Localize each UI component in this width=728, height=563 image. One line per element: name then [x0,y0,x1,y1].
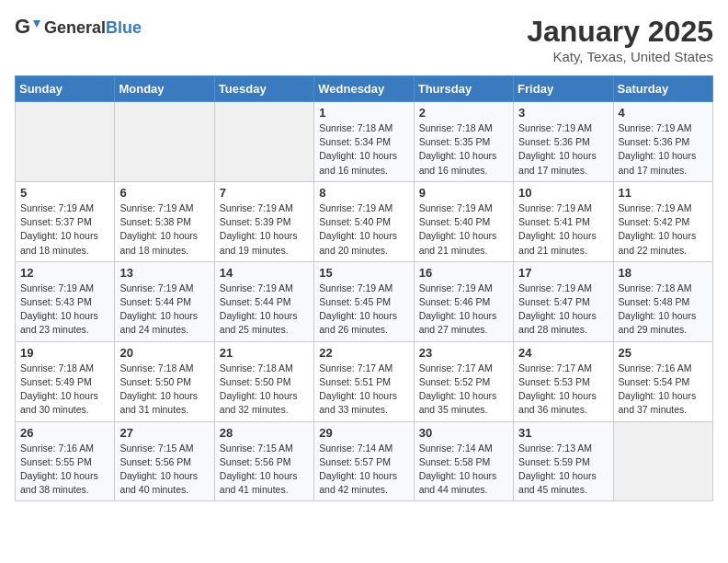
day-number: 31 [518,426,608,440]
title-block: January 2025 Katy, Texas, United States [527,15,713,64]
table-row: 21Sunrise: 7:18 AMSunset: 5:50 PMDayligh… [214,341,313,421]
col-wednesday: Wednesday [314,76,414,102]
day-number: 11 [619,186,708,200]
day-number: 9 [419,186,508,200]
calendar-week-row: 19Sunrise: 7:18 AMSunset: 5:49 PMDayligh… [16,341,713,421]
day-detail: Sunrise: 7:19 AMSunset: 5:40 PMDaylight:… [319,201,408,258]
day-number: 30 [419,426,508,440]
table-row [115,102,214,182]
day-detail: Sunrise: 7:19 AMSunset: 5:40 PMDaylight:… [419,201,508,258]
day-number: 19 [20,346,109,360]
day-number: 16 [419,266,508,280]
day-detail: Sunrise: 7:19 AMSunset: 5:45 PMDaylight:… [319,282,408,338]
table-row: 5Sunrise: 7:19 AMSunset: 5:37 PMDaylight… [16,181,115,261]
table-row: 12Sunrise: 7:19 AMSunset: 5:43 PMDayligh… [16,261,115,341]
day-number: 10 [518,186,608,200]
svg-text:G: G [15,15,30,38]
day-number: 23 [419,346,508,360]
day-detail: Sunrise: 7:19 AMSunset: 5:37 PMDaylight:… [20,201,109,258]
calendar-week-row: 1Sunrise: 7:18 AMSunset: 5:34 PMDaylight… [16,102,713,182]
logo: G GeneralBlue [15,15,142,40]
table-row: 18Sunrise: 7:18 AMSunset: 5:48 PMDayligh… [613,261,712,341]
day-detail: Sunrise: 7:19 AMSunset: 5:38 PMDaylight:… [119,201,209,258]
day-number: 27 [119,426,209,440]
table-row: 29Sunrise: 7:14 AMSunset: 5:57 PMDayligh… [314,421,414,501]
col-saturday: Saturday [613,76,712,102]
day-number: 29 [319,426,408,440]
table-row [214,102,313,182]
day-detail: Sunrise: 7:18 AMSunset: 5:48 PMDaylight:… [619,282,708,338]
table-row: 27Sunrise: 7:15 AMSunset: 5:56 PMDayligh… [115,421,214,501]
day-detail: Sunrise: 7:19 AMSunset: 5:42 PMDaylight:… [619,201,708,258]
table-row: 28Sunrise: 7:15 AMSunset: 5:56 PMDayligh… [214,421,313,501]
day-detail: Sunrise: 7:13 AMSunset: 5:59 PMDaylight:… [518,442,608,498]
day-number: 18 [619,266,708,280]
day-detail: Sunrise: 7:15 AMSunset: 5:56 PMDaylight:… [220,442,309,498]
day-number: 1 [319,106,408,120]
day-detail: Sunrise: 7:16 AMSunset: 5:55 PMDaylight:… [20,442,109,498]
day-number: 14 [220,266,309,280]
calendar-title: January 2025 [527,15,713,49]
day-number: 24 [518,346,608,360]
calendar-week-row: 26Sunrise: 7:16 AMSunset: 5:55 PMDayligh… [16,421,713,501]
table-row: 6Sunrise: 7:19 AMSunset: 5:38 PMDaylight… [115,181,214,261]
day-detail: Sunrise: 7:19 AMSunset: 5:41 PMDaylight:… [518,201,608,258]
day-detail: Sunrise: 7:18 AMSunset: 5:35 PMDaylight:… [419,121,508,178]
table-row [16,102,115,182]
calendar-week-row: 5Sunrise: 7:19 AMSunset: 5:37 PMDaylight… [16,181,713,261]
day-detail: Sunrise: 7:18 AMSunset: 5:34 PMDaylight:… [319,121,408,178]
day-detail: Sunrise: 7:18 AMSunset: 5:50 PMDaylight:… [119,362,209,418]
day-detail: Sunrise: 7:18 AMSunset: 5:49 PMDaylight:… [20,362,109,418]
table-row: 2Sunrise: 7:18 AMSunset: 5:35 PMDaylight… [414,102,513,182]
day-detail: Sunrise: 7:15 AMSunset: 5:56 PMDaylight:… [119,442,209,498]
day-detail: Sunrise: 7:17 AMSunset: 5:51 PMDaylight:… [319,362,408,418]
day-number: 3 [518,106,608,120]
day-number: 4 [619,106,708,120]
col-monday: Monday [115,76,214,102]
table-row: 23Sunrise: 7:17 AMSunset: 5:52 PMDayligh… [414,341,513,421]
day-number: 7 [220,186,309,200]
day-detail: Sunrise: 7:19 AMSunset: 5:47 PMDaylight:… [518,282,608,338]
table-row: 8Sunrise: 7:19 AMSunset: 5:40 PMDaylight… [314,181,414,261]
day-number: 6 [119,186,209,200]
day-number: 20 [119,346,209,360]
day-number: 17 [518,266,608,280]
day-number: 15 [319,266,408,280]
table-row: 25Sunrise: 7:16 AMSunset: 5:54 PMDayligh… [613,341,712,421]
day-detail: Sunrise: 7:14 AMSunset: 5:57 PMDaylight:… [319,442,408,498]
page-header: G GeneralBlue January 2025 Katy, Texas, … [15,15,713,64]
table-row: 7Sunrise: 7:19 AMSunset: 5:39 PMDaylight… [214,181,313,261]
col-thursday: Thursday [414,76,513,102]
table-row: 16Sunrise: 7:19 AMSunset: 5:46 PMDayligh… [414,261,513,341]
day-number: 12 [20,266,109,280]
table-row: 24Sunrise: 7:17 AMSunset: 5:53 PMDayligh… [514,341,613,421]
table-row: 17Sunrise: 7:19 AMSunset: 5:47 PMDayligh… [514,261,613,341]
table-row: 14Sunrise: 7:19 AMSunset: 5:44 PMDayligh… [214,261,313,341]
table-row: 11Sunrise: 7:19 AMSunset: 5:42 PMDayligh… [613,181,712,261]
day-detail: Sunrise: 7:19 AMSunset: 5:44 PMDaylight:… [119,282,209,338]
table-row: 26Sunrise: 7:16 AMSunset: 5:55 PMDayligh… [16,421,115,501]
day-detail: Sunrise: 7:16 AMSunset: 5:54 PMDaylight:… [619,362,708,418]
col-friday: Friday [514,76,613,102]
table-row: 9Sunrise: 7:19 AMSunset: 5:40 PMDaylight… [414,181,513,261]
day-number: 2 [419,106,508,120]
day-detail: Sunrise: 7:17 AMSunset: 5:53 PMDaylight:… [518,362,608,418]
day-detail: Sunrise: 7:19 AMSunset: 5:36 PMDaylight:… [619,121,708,178]
col-tuesday: Tuesday [214,76,313,102]
day-number: 28 [220,426,309,440]
table-row: 30Sunrise: 7:14 AMSunset: 5:58 PMDayligh… [414,421,513,501]
day-detail: Sunrise: 7:19 AMSunset: 5:43 PMDaylight:… [20,282,109,338]
day-detail: Sunrise: 7:19 AMSunset: 5:39 PMDaylight:… [220,201,309,258]
table-row: 3Sunrise: 7:19 AMSunset: 5:36 PMDaylight… [514,102,613,182]
logo-general-text: General [44,18,106,37]
logo-icon: G [15,15,40,40]
day-detail: Sunrise: 7:18 AMSunset: 5:50 PMDaylight:… [220,362,309,418]
calendar-header-row: Sunday Monday Tuesday Wednesday Thursday… [16,76,713,102]
day-detail: Sunrise: 7:14 AMSunset: 5:58 PMDaylight:… [419,442,508,498]
calendar-subtitle: Katy, Texas, United States [527,49,713,64]
day-number: 25 [619,346,708,360]
day-detail: Sunrise: 7:17 AMSunset: 5:52 PMDaylight:… [419,362,508,418]
day-detail: Sunrise: 7:19 AMSunset: 5:44 PMDaylight:… [220,282,309,338]
logo-blue-text: Blue [106,18,142,37]
table-row: 10Sunrise: 7:19 AMSunset: 5:41 PMDayligh… [514,181,613,261]
